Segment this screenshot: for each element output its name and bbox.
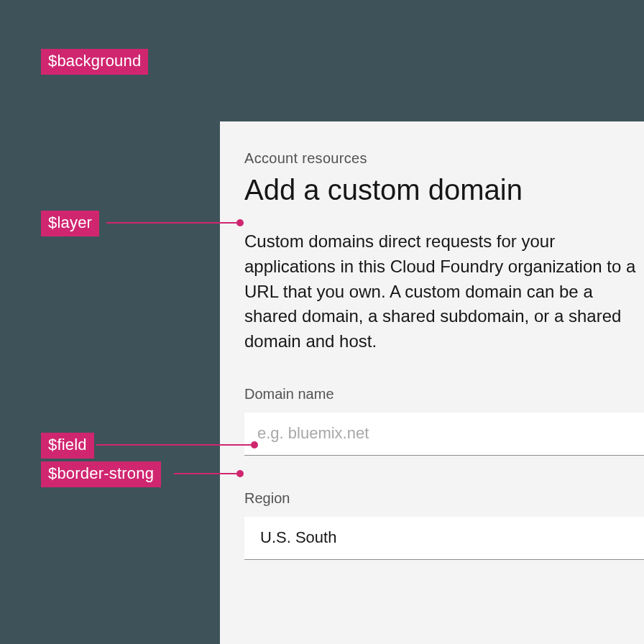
token-tag-label: $background <box>48 52 141 70</box>
region-label: Region <box>244 490 644 507</box>
domain-name-label: Domain name <box>244 386 644 402</box>
region-select-value: U.S. South <box>260 528 336 547</box>
token-tag-label: $border-strong <box>48 464 154 482</box>
token-tag-border-strong: $border-strong <box>41 461 161 487</box>
token-tag-label: $layer <box>48 213 92 231</box>
annotation-dot-icon <box>236 470 244 477</box>
domain-name-input[interactable] <box>244 413 644 456</box>
annotation-leader-line <box>106 222 240 224</box>
section-overline: Account resources <box>244 150 644 167</box>
annotation-leader-line <box>96 444 254 446</box>
annotation-leader-line <box>174 473 240 474</box>
token-tag-layer: $layer <box>41 211 99 236</box>
annotation-dot-icon <box>251 441 258 448</box>
token-tag-label: $field <box>48 436 87 454</box>
region-select[interactable]: U.S. South <box>244 517 644 560</box>
token-tag-background: $background <box>41 49 148 75</box>
annotation-dot-icon <box>236 219 244 226</box>
form-panel: Account resources Add a custom domain Cu… <box>220 121 644 644</box>
token-tag-field: $field <box>41 433 94 459</box>
page-description: Custom domains direct requests for your … <box>244 229 644 354</box>
page-title: Add a custom domain <box>244 174 644 206</box>
